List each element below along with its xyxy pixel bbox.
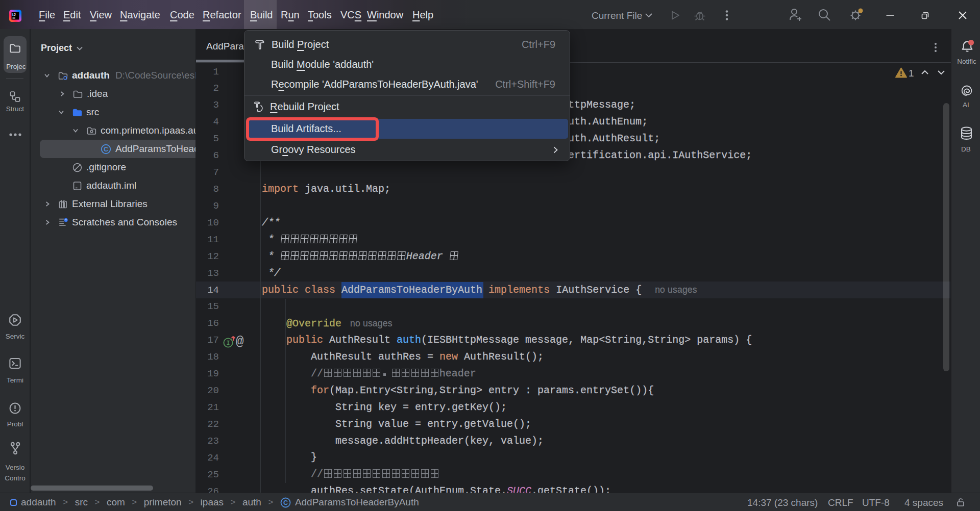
- svg-text:C: C: [104, 146, 108, 153]
- svg-text:IJ: IJ: [12, 12, 16, 17]
- svg-text:C: C: [283, 499, 288, 506]
